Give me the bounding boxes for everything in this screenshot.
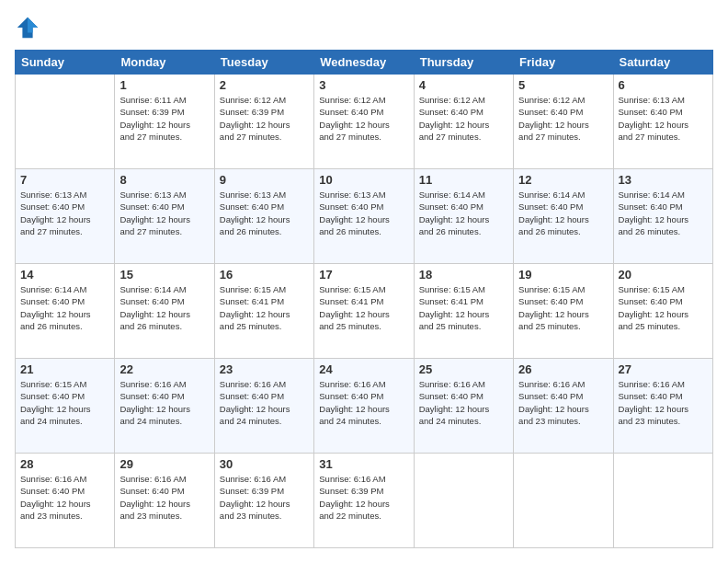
- calendar-cell: 14Sunrise: 6:14 AM Sunset: 6:40 PM Dayli…: [16, 264, 115, 359]
- calendar-cell: 26Sunrise: 6:16 AM Sunset: 6:40 PM Dayli…: [514, 359, 613, 454]
- calendar-cell: 4Sunrise: 6:12 AM Sunset: 6:40 PM Daylig…: [414, 75, 513, 169]
- page: SundayMondayTuesdayWednesdayThursdayFrid…: [0, 0, 728, 563]
- calendar-header-monday: Monday: [115, 51, 214, 75]
- day-info: Sunrise: 6:16 AM Sunset: 6:40 PM Dayligh…: [419, 378, 508, 427]
- calendar-cell: 12Sunrise: 6:14 AM Sunset: 6:40 PM Dayli…: [514, 169, 613, 264]
- day-number: 8: [119, 173, 209, 187]
- day-info: Sunrise: 6:15 AM Sunset: 6:40 PM Dayligh…: [518, 283, 608, 332]
- day-info: Sunrise: 6:15 AM Sunset: 6:41 PM Dayligh…: [419, 283, 508, 332]
- svg-marker-1: [28, 17, 38, 33]
- calendar-cell: 6Sunrise: 6:13 AM Sunset: 6:40 PM Daylig…: [613, 75, 712, 169]
- day-number: 4: [419, 78, 508, 92]
- day-number: 10: [319, 173, 408, 187]
- day-info: Sunrise: 6:16 AM Sunset: 6:39 PM Dayligh…: [220, 473, 309, 522]
- calendar-header-tuesday: Tuesday: [214, 51, 313, 75]
- calendar-cell: 20Sunrise: 6:15 AM Sunset: 6:40 PM Dayli…: [613, 264, 712, 359]
- calendar-week-row: 1Sunrise: 6:11 AM Sunset: 6:39 PM Daylig…: [16, 75, 713, 169]
- calendar-cell: 8Sunrise: 6:13 AM Sunset: 6:40 PM Daylig…: [115, 169, 214, 264]
- calendar-header-saturday: Saturday: [613, 51, 712, 75]
- day-info: Sunrise: 6:14 AM Sunset: 6:40 PM Dayligh…: [518, 189, 608, 237]
- day-number: 29: [119, 457, 209, 471]
- calendar-cell: 29Sunrise: 6:16 AM Sunset: 6:40 PM Dayli…: [115, 454, 214, 548]
- day-info: Sunrise: 6:15 AM Sunset: 6:40 PM Dayligh…: [20, 378, 109, 427]
- day-info: Sunrise: 6:16 AM Sunset: 6:40 PM Dayligh…: [119, 473, 209, 522]
- calendar-cell: 5Sunrise: 6:12 AM Sunset: 6:40 PM Daylig…: [514, 75, 613, 169]
- day-info: Sunrise: 6:11 AM Sunset: 6:39 PM Dayligh…: [119, 94, 209, 143]
- day-number: 26: [518, 362, 608, 376]
- day-info: Sunrise: 6:15 AM Sunset: 6:41 PM Dayligh…: [220, 283, 309, 332]
- calendar-cell: 25Sunrise: 6:16 AM Sunset: 6:40 PM Dayli…: [414, 359, 513, 454]
- day-number: 1: [119, 78, 209, 92]
- calendar-table: SundayMondayTuesdayWednesdayThursdayFrid…: [15, 50, 713, 548]
- day-info: Sunrise: 6:14 AM Sunset: 6:40 PM Dayligh…: [119, 283, 209, 332]
- calendar-cell: 28Sunrise: 6:16 AM Sunset: 6:40 PM Dayli…: [16, 454, 115, 548]
- day-number: 25: [419, 362, 508, 376]
- day-info: Sunrise: 6:16 AM Sunset: 6:40 PM Dayligh…: [518, 378, 608, 427]
- calendar-cell: 27Sunrise: 6:16 AM Sunset: 6:40 PM Dayli…: [613, 359, 712, 454]
- calendar-week-row: 14Sunrise: 6:14 AM Sunset: 6:40 PM Dayli…: [16, 264, 713, 359]
- calendar-week-row: 28Sunrise: 6:16 AM Sunset: 6:40 PM Dayli…: [16, 454, 713, 548]
- day-number: 17: [319, 268, 408, 282]
- day-number: 23: [220, 362, 309, 376]
- day-number: 31: [319, 457, 408, 471]
- header: [15, 15, 713, 40]
- day-number: 14: [20, 268, 109, 282]
- calendar-cell: 11Sunrise: 6:14 AM Sunset: 6:40 PM Dayli…: [414, 169, 513, 264]
- day-number: 13: [619, 173, 708, 187]
- day-number: 19: [518, 268, 608, 282]
- calendar-cell: 10Sunrise: 6:13 AM Sunset: 6:40 PM Dayli…: [314, 169, 414, 264]
- day-info: Sunrise: 6:16 AM Sunset: 6:40 PM Dayligh…: [220, 378, 309, 427]
- day-info: Sunrise: 6:12 AM Sunset: 6:39 PM Dayligh…: [220, 94, 309, 143]
- day-number: 3: [319, 78, 408, 92]
- logo-icon: [15, 15, 40, 40]
- day-info: Sunrise: 6:16 AM Sunset: 6:39 PM Dayligh…: [319, 473, 408, 522]
- calendar-cell: 7Sunrise: 6:13 AM Sunset: 6:40 PM Daylig…: [16, 169, 115, 264]
- day-number: 24: [319, 362, 408, 376]
- day-info: Sunrise: 6:14 AM Sunset: 6:40 PM Dayligh…: [619, 189, 708, 237]
- day-info: Sunrise: 6:12 AM Sunset: 6:40 PM Dayligh…: [419, 94, 508, 143]
- calendar-cell: 22Sunrise: 6:16 AM Sunset: 6:40 PM Dayli…: [115, 359, 214, 454]
- calendar-header-friday: Friday: [514, 51, 613, 75]
- day-info: Sunrise: 6:12 AM Sunset: 6:40 PM Dayligh…: [319, 94, 408, 143]
- calendar-cell: 31Sunrise: 6:16 AM Sunset: 6:39 PM Dayli…: [314, 454, 414, 548]
- calendar-cell: 30Sunrise: 6:16 AM Sunset: 6:39 PM Dayli…: [214, 454, 313, 548]
- day-number: 5: [518, 78, 608, 92]
- day-info: Sunrise: 6:14 AM Sunset: 6:40 PM Dayligh…: [419, 189, 508, 237]
- calendar-cell: 21Sunrise: 6:15 AM Sunset: 6:40 PM Dayli…: [16, 359, 115, 454]
- calendar-cell: [613, 454, 712, 548]
- calendar-cell: 1Sunrise: 6:11 AM Sunset: 6:39 PM Daylig…: [115, 75, 214, 169]
- day-info: Sunrise: 6:13 AM Sunset: 6:40 PM Dayligh…: [220, 189, 309, 237]
- calendar-cell: 16Sunrise: 6:15 AM Sunset: 6:41 PM Dayli…: [214, 264, 313, 359]
- day-info: Sunrise: 6:16 AM Sunset: 6:40 PM Dayligh…: [619, 378, 708, 427]
- day-info: Sunrise: 6:13 AM Sunset: 6:40 PM Dayligh…: [119, 189, 209, 237]
- day-info: Sunrise: 6:13 AM Sunset: 6:40 PM Dayligh…: [319, 189, 408, 237]
- day-info: Sunrise: 6:13 AM Sunset: 6:40 PM Dayligh…: [619, 94, 708, 143]
- calendar-cell: 19Sunrise: 6:15 AM Sunset: 6:40 PM Dayli…: [514, 264, 613, 359]
- calendar-cell: 24Sunrise: 6:16 AM Sunset: 6:40 PM Dayli…: [314, 359, 414, 454]
- day-number: 22: [119, 362, 209, 376]
- day-number: 11: [419, 173, 508, 187]
- calendar-cell: 15Sunrise: 6:14 AM Sunset: 6:40 PM Dayli…: [115, 264, 214, 359]
- day-number: 28: [20, 457, 109, 471]
- calendar-header-wednesday: Wednesday: [314, 51, 414, 75]
- day-info: Sunrise: 6:16 AM Sunset: 6:40 PM Dayligh…: [119, 378, 209, 427]
- calendar-week-row: 7Sunrise: 6:13 AM Sunset: 6:40 PM Daylig…: [16, 169, 713, 264]
- day-number: 27: [619, 362, 708, 376]
- calendar-cell: [414, 454, 513, 548]
- calendar-cell: 17Sunrise: 6:15 AM Sunset: 6:41 PM Dayli…: [314, 264, 414, 359]
- day-number: 15: [119, 268, 209, 282]
- day-number: 9: [220, 173, 309, 187]
- calendar-cell: [16, 75, 115, 169]
- day-info: Sunrise: 6:14 AM Sunset: 6:40 PM Dayligh…: [20, 283, 109, 332]
- day-number: 21: [20, 362, 109, 376]
- day-number: 2: [220, 78, 309, 92]
- day-number: 12: [518, 173, 608, 187]
- calendar-cell: 9Sunrise: 6:13 AM Sunset: 6:40 PM Daylig…: [214, 169, 313, 264]
- logo: [15, 15, 44, 40]
- day-number: 18: [419, 268, 508, 282]
- day-info: Sunrise: 6:16 AM Sunset: 6:40 PM Dayligh…: [319, 378, 408, 427]
- calendar-cell: 3Sunrise: 6:12 AM Sunset: 6:40 PM Daylig…: [314, 75, 414, 169]
- calendar-cell: 18Sunrise: 6:15 AM Sunset: 6:41 PM Dayli…: [414, 264, 513, 359]
- day-info: Sunrise: 6:13 AM Sunset: 6:40 PM Dayligh…: [20, 189, 109, 237]
- calendar-week-row: 21Sunrise: 6:15 AM Sunset: 6:40 PM Dayli…: [16, 359, 713, 454]
